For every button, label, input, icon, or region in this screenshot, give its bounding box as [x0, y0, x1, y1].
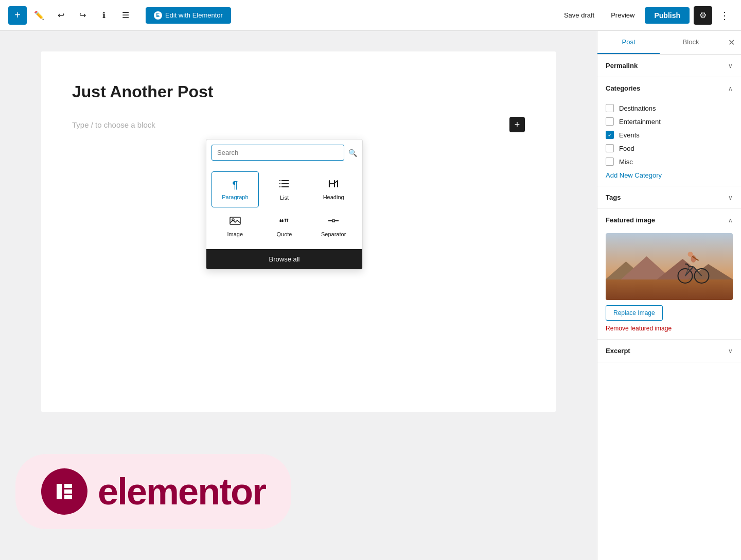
toolbar: + ✏️ ↩ ↪ ℹ ☰ E Edit with Elementor Save … [0, 0, 741, 31]
tab-block[interactable]: Block [660, 31, 722, 54]
add-block-inline-button[interactable]: + [509, 117, 525, 132]
list-block-icon [278, 178, 290, 191]
paragraph-icon: ¶ [232, 179, 238, 191]
remove-featured-image-link[interactable]: Remove featured image [606, 325, 733, 332]
permalink-section: Permalink ∨ [597, 55, 741, 77]
svg-rect-16 [606, 279, 733, 300]
svg-rect-14 [64, 495, 72, 499]
undo-button[interactable]: ↩ [51, 6, 70, 25]
elementor-icon: E [154, 11, 162, 20]
quote-icon: ❝❞ [279, 217, 289, 228]
tags-header[interactable]: Tags ∨ [597, 186, 741, 208]
toolbar-left: + ✏️ ↩ ↪ ℹ ☰ E Edit with Elementor [8, 6, 558, 25]
heading-label: Heading [323, 194, 344, 200]
elementor-text: elementor [98, 470, 266, 513]
featured-image-title: Featured image [606, 216, 655, 224]
category-misc[interactable]: Misc [606, 155, 733, 168]
image-label: Image [227, 231, 243, 237]
svg-point-30 [688, 252, 693, 257]
svg-rect-5 [279, 186, 280, 187]
block-inserter-popup: 🔍 ¶ Paragraph [206, 139, 363, 270]
pencil-icon-button[interactable]: ✏️ [30, 6, 48, 25]
svg-rect-13 [64, 489, 72, 494]
misc-label: Misc [619, 158, 633, 166]
quote-label: Quote [277, 231, 292, 237]
redo-button[interactable]: ↪ [73, 6, 92, 25]
paragraph-label: Paragraph [222, 194, 248, 200]
save-draft-button[interactable]: Save draft [558, 7, 601, 23]
add-new-category-link[interactable]: Add New Category [606, 168, 662, 179]
list-label: List [280, 195, 289, 201]
block-placeholder-row: Type / to choose a block + [72, 117, 525, 132]
sidebar-header: Post Block ✕ [597, 31, 741, 55]
sidebar-close-button[interactable]: ✕ [722, 38, 741, 47]
more-options-button[interactable]: ⋮ [716, 9, 733, 22]
entertainment-label: Entertainment [619, 118, 661, 126]
food-checkbox[interactable] [606, 144, 614, 152]
category-food[interactable]: Food [606, 142, 733, 155]
add-block-toolbar-button[interactable]: + [8, 6, 27, 25]
tab-post[interactable]: Post [597, 31, 660, 54]
pencil-icon: ✏️ [34, 10, 44, 20]
list-block-item[interactable]: List [261, 171, 308, 207]
category-destinations[interactable]: Destinations [606, 101, 733, 115]
destinations-checkbox[interactable] [606, 104, 614, 112]
excerpt-header[interactable]: Excerpt ∨ [597, 340, 741, 362]
featured-image-header[interactable]: Featured image ∧ [597, 209, 741, 231]
svg-rect-6 [230, 217, 240, 224]
image-block-item[interactable]: Image [211, 209, 259, 244]
browse-all-button[interactable]: Browse all [206, 249, 362, 269]
excerpt-section: Excerpt ∨ [597, 340, 741, 362]
misc-checkbox[interactable] [606, 157, 614, 166]
block-grid: ¶ Paragraph [206, 166, 362, 249]
list-view-button[interactable]: ☰ [116, 6, 135, 25]
gear-icon: ⚙ [699, 10, 707, 20]
categories-title: Categories [606, 84, 640, 92]
heading-block-item[interactable]: Heading [310, 171, 357, 207]
quote-block-item[interactable]: ❝❞ Quote [261, 209, 308, 244]
post-title[interactable]: Just Another Post [72, 82, 525, 101]
toolbar-right: Save draft Preview Publish ⚙ ⋮ [558, 6, 733, 25]
edit-with-elementor-button[interactable]: E Edit with Elementor [146, 7, 231, 24]
replace-image-button[interactable]: Replace Image [606, 305, 663, 321]
svg-rect-3 [279, 180, 280, 181]
inserter-search-area: 🔍 [206, 139, 362, 166]
svg-rect-12 [64, 484, 72, 488]
separator-block-item[interactable]: Separator [310, 209, 357, 244]
preview-button[interactable]: Preview [605, 7, 641, 23]
tags-title: Tags [606, 194, 621, 201]
tags-chevron: ∨ [728, 194, 733, 201]
permalink-chevron: ∨ [728, 62, 733, 69]
edit-elementor-label: Edit with Elementor [165, 11, 223, 19]
elementor-branding: elementor [15, 454, 291, 529]
redo-icon: ↪ [79, 10, 86, 20]
permalink-header[interactable]: Permalink ∨ [597, 55, 741, 77]
info-button[interactable]: ℹ [95, 6, 113, 25]
categories-header[interactable]: Categories ∧ [597, 77, 741, 99]
paragraph-block-item[interactable]: ¶ Paragraph [211, 171, 259, 207]
editor-canvas: Just Another Post Type / to choose a blo… [41, 51, 556, 412]
food-label: Food [619, 145, 634, 152]
svg-rect-4 [279, 183, 280, 184]
categories-chevron: ∧ [728, 85, 733, 92]
heading-icon [328, 179, 339, 191]
events-checkbox[interactable]: ✓ [606, 131, 614, 139]
events-label: Events [619, 131, 640, 139]
categories-content: Destinations Entertainment ✓ Events Food [597, 99, 741, 186]
tags-section: Tags ∨ [597, 186, 741, 209]
placeholder-text: Type / to choose a block [72, 120, 155, 129]
sidebar: Post Block ✕ Permalink ∨ Categories ∧ De… [597, 31, 741, 560]
block-search-input[interactable] [211, 145, 344, 161]
info-icon: ℹ [102, 10, 105, 20]
categories-section: Categories ∧ Destinations Entertainment … [597, 77, 741, 186]
elementor-pill: elementor [15, 454, 291, 529]
main-layout: Just Another Post Type / to choose a blo… [0, 31, 741, 560]
settings-button[interactable]: ⚙ [694, 6, 712, 25]
editor-area: Just Another Post Type / to choose a blo… [0, 31, 597, 560]
featured-image-section: Featured image ∧ [597, 209, 741, 340]
entertainment-checkbox[interactable] [606, 117, 614, 126]
category-entertainment[interactable]: Entertainment [606, 115, 733, 128]
excerpt-chevron: ∨ [728, 347, 733, 355]
category-events[interactable]: ✓ Events [606, 128, 733, 142]
publish-button[interactable]: Publish [645, 7, 690, 24]
